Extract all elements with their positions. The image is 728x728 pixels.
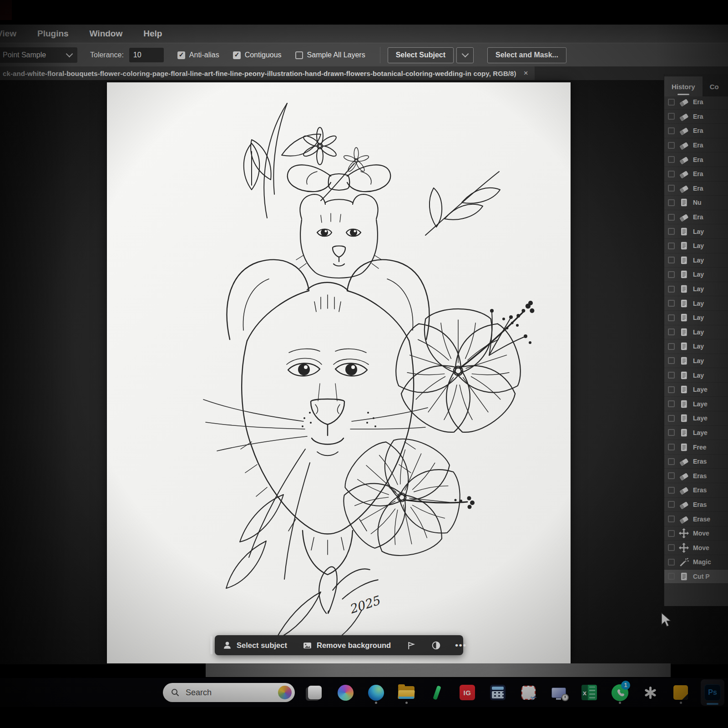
taskbar-item-white-app[interactable]: [304, 680, 325, 705]
checkbox-box-icon[interactable]: [233, 51, 241, 59]
history-source-checkbox[interactable]: [668, 444, 675, 450]
search-highlight-image[interactable]: [278, 686, 292, 699]
history-source-checkbox[interactable]: [668, 228, 675, 235]
history-entry[interactable]: Era: [664, 182, 728, 196]
history-entry[interactable]: Cut P: [664, 570, 728, 584]
menu-item[interactable]: View: [0, 29, 16, 39]
history-entry[interactable]: Nu: [664, 196, 728, 210]
history-entry[interactable]: Era: [664, 110, 728, 124]
taskbar-item-chatgpt[interactable]: [640, 680, 661, 705]
taskbar-item-snipping-tool[interactable]: ✂: [518, 680, 539, 705]
history-entry[interactable]: Lay: [664, 239, 728, 253]
history-source-checkbox[interactable]: [668, 400, 675, 407]
taskbar-item-excel[interactable]: x: [579, 680, 600, 705]
history-entry[interactable]: Eras: [664, 469, 728, 483]
history-source-checkbox[interactable]: [668, 472, 675, 479]
history-source-checkbox[interactable]: [668, 127, 675, 134]
taskbar-item-edge[interactable]: [365, 680, 386, 705]
history-source-checkbox[interactable]: [668, 559, 675, 566]
taskbar-item-photoshop[interactable]: Ps: [701, 679, 724, 706]
sample-size-dropdown[interactable]: Point Sample: [0, 47, 77, 63]
menu-item[interactable]: Window: [90, 29, 123, 39]
history-source-checkbox[interactable]: [668, 429, 675, 436]
history-source-checkbox[interactable]: [668, 185, 675, 192]
menu-item[interactable]: Help: [143, 29, 162, 39]
history-entry[interactable]: Magic: [664, 555, 728, 570]
options-checkbox[interactable]: Contiguous: [233, 51, 282, 59]
history-entry[interactable]: Lay: [664, 354, 728, 369]
history-source-checkbox[interactable]: [668, 386, 675, 393]
history-source-checkbox[interactable]: [668, 458, 675, 465]
options-checkbox[interactable]: Sample All Layers: [295, 51, 365, 59]
taskbar-item-copilot[interactable]: [335, 680, 356, 705]
select-subject-dropdown-button[interactable]: [456, 47, 474, 63]
history-entry[interactable]: Era: [664, 152, 728, 167]
history-source-checkbox[interactable]: [668, 314, 675, 321]
history-source-checkbox[interactable]: [668, 156, 675, 163]
history-source-checkbox[interactable]: [668, 271, 675, 278]
history-entry[interactable]: Lay: [664, 311, 728, 325]
taskbar-item-whatsapp[interactable]: 1: [609, 680, 630, 705]
history-entry[interactable]: Era: [664, 138, 728, 153]
canvas-area[interactable]: 2025: [0, 80, 728, 664]
history-source-checkbox[interactable]: [668, 530, 675, 537]
history-entry[interactable]: Move: [664, 526, 728, 541]
checkbox-box-icon[interactable]: [295, 51, 303, 59]
history-entry[interactable]: Move: [664, 541, 728, 555]
history-source-checkbox[interactable]: [668, 357, 675, 364]
options-checkbox[interactable]: Anti-alias: [177, 51, 219, 59]
history-source-checkbox[interactable]: [668, 142, 675, 149]
windows-start-button[interactable]: [135, 680, 153, 705]
history-entry[interactable]: Lay: [664, 282, 728, 297]
history-entry[interactable]: Lay: [664, 368, 728, 383]
taskbar-item-pc-clock[interactable]: [548, 680, 569, 705]
history-entry[interactable]: Lay: [664, 253, 728, 268]
history-entry[interactable]: Free: [664, 440, 728, 455]
history-entry[interactable]: Laye: [664, 383, 728, 397]
menu-item[interactable]: Plugins: [37, 29, 69, 39]
history-entry[interactable]: Era: [664, 95, 728, 110]
history-entry[interactable]: Eras: [664, 483, 728, 498]
history-entry[interactable]: Lay: [664, 325, 728, 340]
history-entry[interactable]: Lay: [664, 339, 728, 354]
select-subject-button[interactable]: Select Subject: [388, 47, 454, 63]
history-source-checkbox[interactable]: [668, 372, 675, 379]
history-source-checkbox[interactable]: [668, 300, 675, 307]
taskbar-search[interactable]: Search: [163, 683, 295, 702]
history-source-checkbox[interactable]: [668, 243, 675, 249]
document-tab[interactable]: ck-and-white-floral-bouquets-flower-colo…: [0, 66, 535, 80]
history-entry[interactable]: Laye: [664, 411, 728, 426]
panel-tab[interactable]: History: [664, 76, 703, 96]
transform-image-button[interactable]: [399, 635, 424, 655]
history-source-checkbox[interactable]: [668, 113, 675, 120]
history-entry[interactable]: Lay: [664, 296, 728, 311]
history-source-checkbox[interactable]: [668, 171, 675, 177]
history-entry[interactable]: Era: [664, 210, 728, 225]
select-and-mask-button[interactable]: Select and Mask...: [487, 47, 566, 63]
history-source-checkbox[interactable]: [668, 415, 675, 422]
history-entry[interactable]: Erase: [664, 512, 728, 526]
history-source-checkbox[interactable]: [668, 199, 675, 206]
taskbar-item-file-explorer[interactable]: [396, 680, 417, 705]
history-source-checkbox[interactable]: [668, 329, 675, 335]
history-source-checkbox[interactable]: [668, 257, 675, 263]
history-entry[interactable]: Eras: [664, 455, 728, 469]
history-source-checkbox[interactable]: [668, 286, 675, 293]
history-source-checkbox[interactable]: [668, 544, 675, 551]
taskbar-item-sticky-notes[interactable]: [670, 680, 691, 705]
history-entry[interactable]: Laye: [664, 397, 728, 411]
history-source-checkbox[interactable]: [668, 214, 675, 221]
history-source-checkbox[interactable]: [668, 487, 675, 494]
panel-tab[interactable]: Co: [703, 76, 726, 96]
taskbar-item-green-pen[interactable]: [426, 680, 447, 705]
more-options-button[interactable]: •••: [449, 635, 473, 655]
history-source-checkbox[interactable]: [668, 343, 675, 350]
history-entry[interactable]: Era: [664, 167, 728, 182]
adjustments-button[interactable]: [424, 635, 449, 655]
select-subject-context-button[interactable]: Select subject: [215, 635, 295, 655]
history-entry[interactable]: Era: [664, 124, 728, 138]
close-tab-icon[interactable]: ×: [524, 69, 528, 78]
checkbox-box-icon[interactable]: [177, 51, 185, 59]
history-entry[interactable]: Lay: [664, 224, 728, 239]
drag-handle[interactable]: [210, 636, 212, 654]
